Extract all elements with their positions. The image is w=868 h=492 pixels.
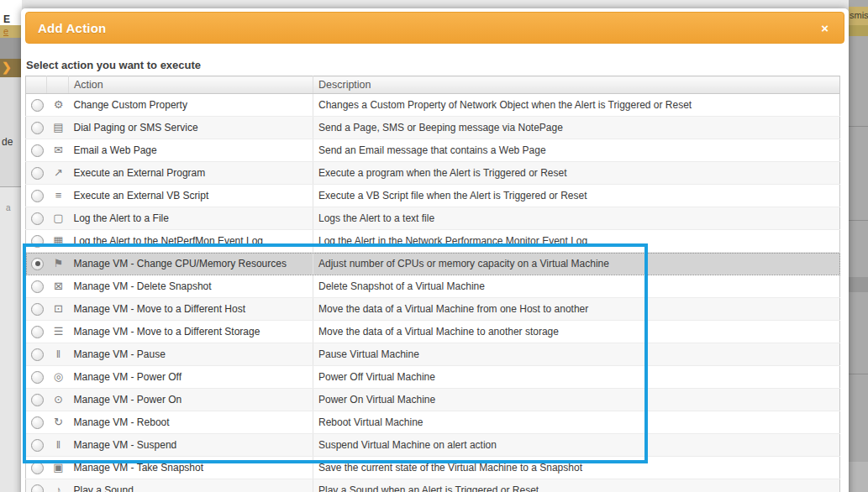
table-row[interactable]: ⊠ Manage VM - Delete Snapshot Delete Sna… [26,275,840,298]
icon-column-header [47,76,69,94]
table-row[interactable]: ☰ Manage VM - Move to a Different Storag… [26,321,840,343]
event-log-icon: ▦ [52,235,66,246]
action-description: Delete Snapshot of a Virtual Machine [313,275,840,298]
action-description: Power On Virtual Machine [313,389,840,411]
row-icon-cell: ⊙ [47,389,69,411]
action-table-body: ⚙ Change Custom Property Changes a Custo… [26,94,840,492]
dialog-title: Add Action [38,21,818,35]
table-row[interactable]: ⚙ Change Custom Property Changes a Custo… [26,94,840,117]
action-name: Manage VM - Take Snapshot [69,457,313,479]
row-radio-cell [26,321,47,343]
action-name: Manage VM - Change CPU/Memory Resources [69,253,313,275]
power-off-icon: ◎ [52,371,66,382]
radio-button[interactable] [31,348,44,361]
row-icon-cell: ✉ [47,139,69,162]
row-radio-cell [26,185,47,207]
radio-button[interactable] [31,326,44,338]
radio-button[interactable] [31,462,44,474]
radio-button[interactable] [31,167,44,180]
action-name: Log the Alert to a File [69,207,313,230]
row-radio-cell [26,275,47,298]
table-row[interactable]: ▣ Manage VM - Take Snapshot Save the cur… [26,457,840,479]
action-column-header: Action [69,76,313,94]
action-name: Dial Paging or SMS Service [69,117,313,139]
radio-button[interactable] [31,280,44,293]
action-name: Manage VM - Move to a Different Storage [69,321,313,343]
table-header-row: Action Description [26,76,840,94]
action-name: Execute an External Program [69,162,313,185]
action-name: Play a Sound [69,479,313,492]
table-row[interactable]: ✉ Email a Web Page Send an Email message… [26,139,840,162]
radio-button[interactable] [31,394,44,406]
action-name: Manage VM - Move to a Different Host [69,298,313,321]
radio-button[interactable] [31,99,44,112]
row-icon-cell: ▣ [47,457,69,479]
radio-button[interactable] [31,371,44,384]
play-sound-icon: ♪ [52,484,66,492]
row-radio-cell [26,457,47,479]
background-text-fragment: de [2,136,13,148]
radio-button[interactable] [31,439,44,452]
table-row[interactable]: ‖ Manage VM - Suspend Suspend Virtual Ma… [26,434,840,457]
table-row[interactable]: ◎ Manage VM - Power Off Power Off Virtua… [26,366,840,389]
action-description: Adjust number of CPUs or memory capacity… [313,253,840,275]
row-radio-cell [26,479,47,492]
row-radio-cell [26,434,47,457]
action-name: Manage VM - Power On [69,389,313,411]
action-description: Reboot Virtual Machine [313,411,840,434]
table-row[interactable]: ▦ Log the Alert to the NetPerfMon Event … [26,230,840,253]
row-icon-cell: ⊠ [47,275,69,298]
row-radio-cell [26,162,47,185]
table-row[interactable]: ↻ Manage VM - Reboot Reboot Virtual Mach… [26,411,840,434]
background-dismiss-fragment: smiss [850,10,868,20]
action-table: Action Description ⚙ Change Custom Prope… [25,76,840,492]
table-row[interactable]: ≡ Execute an External VB Script Execute … [26,185,840,207]
log-file-icon: ▢ [52,212,66,223]
radio-button[interactable] [31,303,44,316]
row-radio-cell [26,230,47,253]
take-snapshot-icon: ▣ [52,462,66,473]
radio-button[interactable] [31,122,44,134]
background-divider [849,374,868,374]
row-icon-cell: ↻ [47,411,69,434]
table-row[interactable]: ⊡ Manage VM - Move to a Different Host M… [26,298,840,321]
radio-button[interactable] [31,235,44,248]
radio-button[interactable] [31,212,44,225]
row-icon-cell: ▢ [47,207,69,230]
action-description: Pause Virtual Machine [313,343,840,366]
radio-button[interactable] [31,484,44,492]
action-description: Execute a program when the Alert is Trig… [313,162,840,185]
row-icon-cell: ⚙ [47,94,69,117]
background-text-fragment: E [3,13,10,25]
row-icon-cell: ▤ [47,117,69,139]
delete-snapshot-icon: ⊠ [52,280,66,291]
table-row[interactable]: ♪ Play a Sound Play a Sound when an Aler… [26,479,840,492]
background-panel-strip [0,77,22,187]
action-description: Move the data of a Virtual Machine from … [313,298,840,321]
description-column-header: Description [313,76,840,94]
row-radio-cell [26,343,47,366]
row-icon-cell: ‖ [47,434,69,457]
radio-button[interactable] [31,190,44,202]
row-icon-cell: ‖ [47,343,69,366]
table-row[interactable]: ‖ Manage VM - Pause Pause Virtual Machin… [26,343,840,366]
table-row[interactable]: ▤ Dial Paging or SMS Service Send a Page… [26,117,840,139]
email-webpage-icon: ✉ [52,144,66,155]
action-description: Send a Page, SMS or Beeping message via … [313,117,840,139]
action-description: Send an Email message that contains a We… [313,139,840,162]
row-icon-cell: ◎ [47,366,69,389]
row-radio-cell [26,389,47,411]
radio-button[interactable] [31,258,44,270]
close-icon[interactable]: × [818,20,832,36]
table-row[interactable]: ⊙ Manage VM - Power On Power On Virtual … [26,389,840,411]
row-radio-cell [26,298,47,321]
chevron-right-icon: ❯ [2,60,12,74]
action-description: Changes a Custom Property of Network Obj… [313,94,840,117]
radio-button[interactable] [31,144,44,157]
radio-button[interactable] [31,416,44,429]
table-row[interactable]: ▢ Log the Alert to a File Logs the Alert… [26,207,840,230]
table-row[interactable]: ⚑ Manage VM - Change CPU/Memory Resource… [26,253,840,275]
dialog-subtitle: Select action you want to execute [26,59,201,71]
action-name: Execute an External VB Script [69,185,313,207]
table-row[interactable]: ↗ Execute an External Program Execute a … [26,162,840,185]
